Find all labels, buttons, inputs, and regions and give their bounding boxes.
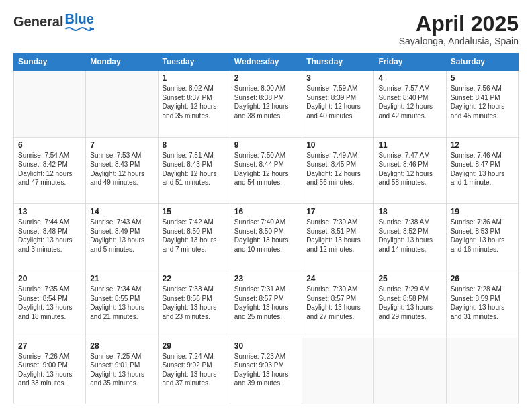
cell-info: Sunrise: 7:42 AM Sunset: 8:50 PM Dayligh… — [163, 218, 226, 254]
cell-info: Sunrise: 7:35 AM Sunset: 8:54 PM Dayligh… — [18, 285, 81, 321]
cell-info: Sunrise: 7:46 AM Sunset: 8:47 PM Dayligh… — [451, 151, 514, 187]
day-number: 24 — [306, 274, 369, 283]
calendar-cell: 23Sunrise: 7:31 AM Sunset: 8:57 PM Dayli… — [230, 271, 302, 338]
cell-info: Sunrise: 7:56 AM Sunset: 8:41 PM Dayligh… — [451, 84, 514, 120]
calendar-cell: 19Sunrise: 7:36 AM Sunset: 8:53 PM Dayli… — [446, 204, 518, 271]
day-number: 23 — [234, 274, 298, 283]
day-number: 25 — [378, 274, 441, 283]
calendar-cell: 3Sunrise: 7:59 AM Sunset: 8:39 PM Daylig… — [302, 71, 374, 138]
page: General Blue April 2025 Sayalonga, Andal… — [0, 0, 532, 411]
cell-info: Sunrise: 7:31 AM Sunset: 8:57 PM Dayligh… — [234, 285, 298, 321]
calendar-body: 1Sunrise: 8:02 AM Sunset: 8:37 PM Daylig… — [14, 71, 519, 404]
cell-info: Sunrise: 7:49 AM Sunset: 8:45 PM Dayligh… — [306, 151, 369, 187]
weekday-header-friday: Friday — [374, 54, 446, 71]
day-number: 4 — [378, 73, 441, 83]
day-number: 3 — [306, 73, 369, 83]
day-number: 14 — [90, 207, 153, 216]
cell-info: Sunrise: 7:26 AM Sunset: 9:00 PM Dayligh… — [18, 352, 81, 388]
calendar-cell: 18Sunrise: 7:38 AM Sunset: 8:52 PM Dayli… — [374, 204, 446, 271]
cell-info: Sunrise: 7:40 AM Sunset: 8:50 PM Dayligh… — [234, 218, 298, 254]
logo-blue-text: Blue — [64, 12, 93, 26]
cell-info: Sunrise: 7:38 AM Sunset: 8:52 PM Dayligh… — [378, 218, 441, 254]
cell-info: Sunrise: 7:53 AM Sunset: 8:43 PM Dayligh… — [90, 151, 153, 187]
day-number: 26 — [451, 274, 514, 283]
day-number: 28 — [90, 341, 153, 351]
day-number: 2 — [234, 73, 298, 83]
day-number: 8 — [163, 140, 226, 150]
calendar-cell: 20Sunrise: 7:35 AM Sunset: 8:54 PM Dayli… — [14, 271, 86, 338]
day-number: 21 — [90, 274, 153, 283]
cell-info: Sunrise: 7:28 AM Sunset: 8:59 PM Dayligh… — [451, 285, 514, 321]
calendar-cell: 2Sunrise: 8:00 AM Sunset: 8:38 PM Daylig… — [230, 71, 302, 138]
cell-info: Sunrise: 7:34 AM Sunset: 8:55 PM Dayligh… — [90, 285, 153, 321]
calendar-cell: 14Sunrise: 7:43 AM Sunset: 8:49 PM Dayli… — [86, 204, 158, 271]
calendar-cell — [302, 338, 374, 404]
cell-info: Sunrise: 7:29 AM Sunset: 8:58 PM Dayligh… — [378, 285, 441, 321]
title-block: April 2025 Sayalonga, Andalusia, Spain — [399, 12, 519, 46]
calendar-cell: 5Sunrise: 7:56 AM Sunset: 8:41 PM Daylig… — [446, 71, 518, 138]
logo-blue-part: Blue — [64, 12, 93, 32]
day-number: 16 — [234, 207, 298, 216]
calendar-cell — [14, 71, 86, 138]
cell-info: Sunrise: 7:54 AM Sunset: 8:42 PM Dayligh… — [18, 151, 81, 187]
day-number: 19 — [451, 207, 514, 216]
header: General Blue April 2025 Sayalonga, Andal… — [13, 12, 519, 46]
calendar-cell — [374, 338, 446, 404]
weekday-header-saturday: Saturday — [446, 54, 518, 71]
calendar-cell: 29Sunrise: 7:24 AM Sunset: 9:02 PM Dayli… — [158, 338, 230, 404]
logo-wave-icon — [64, 26, 93, 32]
calendar-table: SundayMondayTuesdayWednesdayThursdayFrid… — [13, 53, 519, 404]
cell-info: Sunrise: 7:59 AM Sunset: 8:39 PM Dayligh… — [306, 84, 369, 120]
cell-info: Sunrise: 7:25 AM Sunset: 9:01 PM Dayligh… — [90, 352, 153, 388]
calendar-cell: 21Sunrise: 7:34 AM Sunset: 8:55 PM Dayli… — [86, 271, 158, 338]
day-number: 7 — [90, 140, 153, 150]
day-number: 6 — [18, 140, 81, 150]
day-number: 12 — [451, 140, 514, 150]
calendar-row-1: 6Sunrise: 7:54 AM Sunset: 8:42 PM Daylig… — [14, 137, 519, 204]
calendar-cell: 27Sunrise: 7:26 AM Sunset: 9:00 PM Dayli… — [14, 338, 86, 404]
calendar-row-3: 20Sunrise: 7:35 AM Sunset: 8:54 PM Dayli… — [14, 271, 519, 338]
weekday-header-tuesday: Tuesday — [158, 54, 230, 71]
month-title: April 2025 — [399, 12, 519, 36]
calendar-cell: 10Sunrise: 7:49 AM Sunset: 8:45 PM Dayli… — [302, 137, 374, 204]
cell-info: Sunrise: 8:00 AM Sunset: 8:38 PM Dayligh… — [234, 84, 298, 120]
weekday-header-wednesday: Wednesday — [230, 54, 302, 71]
weekday-header-row: SundayMondayTuesdayWednesdayThursdayFrid… — [14, 54, 519, 71]
calendar-cell: 7Sunrise: 7:53 AM Sunset: 8:43 PM Daylig… — [86, 137, 158, 204]
day-number: 10 — [306, 140, 369, 150]
weekday-header-thursday: Thursday — [302, 54, 374, 71]
calendar-cell: 26Sunrise: 7:28 AM Sunset: 8:59 PM Dayli… — [446, 271, 518, 338]
day-number: 29 — [163, 341, 226, 351]
location-subtitle: Sayalonga, Andalusia, Spain — [399, 36, 519, 46]
calendar-cell: 28Sunrise: 7:25 AM Sunset: 9:01 PM Dayli… — [86, 338, 158, 404]
cell-info: Sunrise: 7:24 AM Sunset: 9:02 PM Dayligh… — [163, 352, 226, 388]
calendar-cell: 22Sunrise: 7:33 AM Sunset: 8:56 PM Dayli… — [158, 271, 230, 338]
cell-info: Sunrise: 7:57 AM Sunset: 8:40 PM Dayligh… — [378, 84, 441, 120]
day-number: 15 — [163, 207, 226, 216]
cell-info: Sunrise: 7:30 AM Sunset: 8:57 PM Dayligh… — [306, 285, 369, 321]
cell-info: Sunrise: 7:51 AM Sunset: 8:43 PM Dayligh… — [163, 151, 226, 187]
day-number: 30 — [234, 341, 298, 351]
logo-general-text: General — [13, 14, 63, 30]
cell-info: Sunrise: 7:39 AM Sunset: 8:51 PM Dayligh… — [306, 218, 369, 254]
day-number: 17 — [306, 207, 369, 216]
calendar-cell: 8Sunrise: 7:51 AM Sunset: 8:43 PM Daylig… — [158, 137, 230, 204]
cell-info: Sunrise: 7:23 AM Sunset: 9:03 PM Dayligh… — [234, 352, 298, 388]
calendar-row-2: 13Sunrise: 7:44 AM Sunset: 8:48 PM Dayli… — [14, 204, 519, 271]
cell-info: Sunrise: 7:50 AM Sunset: 8:44 PM Dayligh… — [234, 151, 298, 187]
day-number: 27 — [18, 341, 81, 351]
calendar-cell — [86, 71, 158, 138]
day-number: 11 — [378, 140, 441, 150]
calendar-cell: 25Sunrise: 7:29 AM Sunset: 8:58 PM Dayli… — [374, 271, 446, 338]
calendar-cell: 11Sunrise: 7:47 AM Sunset: 8:46 PM Dayli… — [374, 137, 446, 204]
day-number: 9 — [234, 140, 298, 150]
logo: General Blue — [13, 12, 94, 32]
day-number: 22 — [163, 274, 226, 283]
day-number: 5 — [451, 73, 514, 83]
calendar-cell — [446, 338, 518, 404]
cell-info: Sunrise: 7:33 AM Sunset: 8:56 PM Dayligh… — [163, 285, 226, 321]
calendar-cell: 6Sunrise: 7:54 AM Sunset: 8:42 PM Daylig… — [14, 137, 86, 204]
weekday-header-sunday: Sunday — [14, 54, 86, 71]
cell-info: Sunrise: 7:47 AM Sunset: 8:46 PM Dayligh… — [378, 151, 441, 187]
cell-info: Sunrise: 7:43 AM Sunset: 8:49 PM Dayligh… — [90, 218, 153, 254]
